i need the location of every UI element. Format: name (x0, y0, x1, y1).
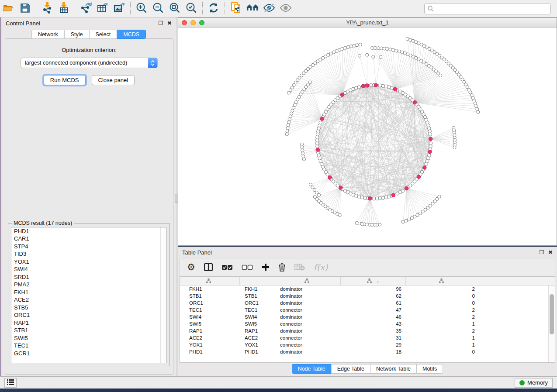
cell-successor-nodes[interactable]: 18 (341, 349, 406, 354)
cell-shared-name[interactable]: ACE2 (180, 335, 240, 340)
maximize-window-icon[interactable] (199, 20, 204, 25)
save-session-button[interactable] (17, 1, 33, 16)
table-row-phd1[interactable]: PHD1PHD1dominator180 (180, 348, 548, 355)
add-column-icon[interactable] (262, 263, 270, 271)
table-scrollbar-track[interactable] (548, 285, 555, 362)
table-row-swi4[interactable]: SWI4SWI4dominator462 (180, 313, 548, 320)
mcds-result-list[interactable]: PHD1CAR1STP4TID3YOX1SWI4SRD1PMA2FKH1ACE2… (11, 227, 166, 363)
cell-shared-name[interactable]: ORC1 (180, 300, 240, 306)
close-panel-icon[interactable]: ✖ (548, 250, 553, 255)
mcds-result-item[interactable]: ACE2 (11, 296, 166, 304)
cell-name[interactable]: STB1 (240, 293, 275, 299)
zoom-in-button[interactable] (133, 1, 150, 16)
memory-button[interactable]: Memory (515, 378, 553, 388)
mcds-result-item[interactable]: PMA2 (11, 281, 166, 289)
cell-predecessor-nodes[interactable]: 1 (406, 335, 479, 340)
cell-successor-nodes[interactable]: 61 (341, 300, 406, 306)
column-header-shared-name[interactable] (180, 277, 240, 285)
first-neighbors-button[interactable] (244, 1, 261, 16)
column-header-predecessor-nodes[interactable] (406, 277, 479, 285)
cell-name[interactable]: ACE2 (240, 335, 275, 340)
cell-name[interactable]: TEC1 (240, 307, 275, 313)
tab-edge-table[interactable]: Edge Table (331, 364, 370, 374)
mcds-result-item[interactable]: STB5 (11, 304, 166, 312)
column-header-successor-nodes[interactable]: ⌄ (341, 277, 406, 285)
table-row-ace2[interactable]: ACE2ACE2connector311 (180, 334, 548, 341)
export-table-button[interactable] (94, 1, 111, 16)
cell-shared-name[interactable]: YOX1 (180, 342, 240, 347)
cell-shared-name[interactable]: PHD1 (180, 349, 240, 354)
mcds-result-item[interactable]: FKH1 (11, 289, 166, 296)
cell-mcds-role[interactable]: dominator (275, 286, 341, 292)
list-scrollbar-track[interactable] (160, 227, 166, 363)
table-row-swi5[interactable]: SWI5SWI5connector431 (180, 320, 548, 327)
cell-successor-nodes[interactable]: 31 (341, 335, 406, 340)
mcds-result-item[interactable]: STP4 (11, 243, 166, 251)
mcds-result-item[interactable]: SWI4 (11, 266, 166, 274)
mcds-result-item[interactable]: TID3 (11, 251, 166, 258)
show-columns-icon[interactable] (204, 263, 213, 271)
optimization-criterion-select[interactable]: largest connected component (undirected) (21, 58, 158, 68)
minimize-window-icon[interactable] (190, 20, 196, 25)
mcds-result-item[interactable]: SWI5 (11, 334, 166, 342)
open-session-button[interactable] (0, 1, 17, 16)
cell-mcds-role[interactable]: dominator (275, 293, 341, 299)
cell-successor-nodes[interactable]: 29 (341, 342, 406, 347)
cell-name[interactable]: FKH1 (240, 286, 275, 292)
table-row-yox1[interactable]: YOX1YOX1connector291 (180, 341, 548, 348)
float-panel-icon[interactable]: ❐ (539, 250, 544, 255)
mcds-result-item[interactable]: CAR1 (11, 235, 166, 243)
unselect-all-columns-icon[interactable] (242, 265, 253, 270)
cell-predecessor-nodes[interactable]: 2 (406, 328, 479, 334)
tab-network-table[interactable]: Network Table (370, 364, 416, 374)
cell-shared-name[interactable]: SWI5 (180, 321, 240, 327)
cell-mcds-role[interactable]: connector (275, 342, 341, 347)
tab-select[interactable]: Select (89, 30, 117, 39)
show-all-button[interactable] (277, 1, 294, 16)
cell-mcds-role[interactable]: dominator (275, 300, 341, 306)
hide-selected-button[interactable] (261, 1, 277, 16)
import-table-button[interactable] (55, 1, 72, 16)
cell-name[interactable]: RAP1 (240, 328, 275, 334)
cell-predecessor-nodes[interactable]: 2 (406, 307, 479, 313)
table-scrollbar-thumb[interactable] (550, 294, 554, 334)
cell-predecessor-nodes[interactable]: 2 (406, 286, 479, 292)
cell-mcds-role[interactable]: connector (275, 335, 341, 340)
cell-mcds-role[interactable]: dominator (275, 349, 341, 354)
export-network-button[interactable] (78, 1, 94, 16)
cell-shared-name[interactable]: TEC1 (180, 307, 240, 313)
cell-mcds-role[interactable]: dominator (275, 328, 341, 334)
cell-mcds-role[interactable]: dominator (275, 314, 341, 320)
select-all-columns-icon[interactable] (221, 265, 233, 270)
redraw-network-button[interactable] (205, 1, 222, 16)
cell-mcds-role[interactable]: connector (275, 321, 341, 327)
cell-predecessor-nodes[interactable]: 0 (406, 349, 479, 354)
tab-network[interactable]: Network (31, 30, 64, 39)
mcds-result-item[interactable]: YOX1 (11, 258, 166, 266)
cell-mcds-role[interactable]: connector (275, 307, 341, 313)
mcds-result-item[interactable]: TEC1 (11, 342, 166, 350)
cell-predecessor-nodes[interactable]: 1 (406, 342, 479, 347)
cell-successor-nodes[interactable]: 35 (341, 328, 406, 334)
cell-successor-nodes[interactable]: 43 (341, 321, 406, 327)
cell-successor-nodes[interactable]: 46 (341, 314, 406, 320)
clone-network-button[interactable] (228, 1, 244, 16)
table-mode-gear-icon[interactable]: ⚙ (187, 262, 195, 272)
cell-name[interactable]: SWI5 (240, 321, 275, 327)
mcds-result-item[interactable]: PHD1 (11, 227, 166, 235)
table-row-fkh1[interactable]: FKH1FKH1dominator962 (180, 285, 548, 292)
mcds-result-item[interactable]: RAP1 (11, 319, 166, 327)
column-header-mcds-role[interactable] (275, 277, 341, 285)
tab-motifs[interactable]: Motifs (416, 364, 443, 374)
table-row-orc1[interactable]: ORC1ORC1dominator610 (180, 299, 548, 306)
network-window-titlebar[interactable]: YPA_prune.txt_1 (178, 18, 557, 28)
zoom-fit-button[interactable] (166, 1, 183, 16)
delete-column-icon[interactable] (278, 263, 286, 272)
task-history-button[interactable] (4, 378, 17, 388)
cell-name[interactable]: PHD1 (240, 349, 275, 354)
run-mcds-button[interactable]: Run MCDS (44, 75, 86, 85)
cell-name[interactable]: ORC1 (240, 300, 275, 306)
tab-mcds[interactable]: MCDS (117, 30, 146, 39)
cell-successor-nodes[interactable]: 47 (341, 307, 406, 313)
search-input[interactable] (424, 3, 551, 14)
